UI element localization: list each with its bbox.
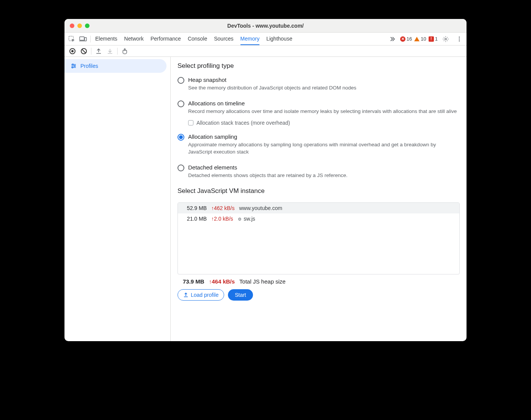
- tab-performance[interactable]: Performance: [151, 33, 181, 45]
- memory-panel-content: Select profiling type Heap snapshot See …: [171, 57, 467, 341]
- option-desc: See the memory distribution of JavaScrip…: [188, 85, 356, 92]
- titlebar: DevTools - www.youtube.com/: [64, 19, 467, 33]
- option-label: Allocation sampling: [188, 133, 460, 140]
- svg-rect-1: [80, 37, 84, 40]
- radio-heap-snapshot[interactable]: [178, 77, 184, 84]
- vm-instance-heading: Select JavaScript VM instance: [178, 187, 460, 195]
- memory-toolbar: [64, 45, 467, 57]
- tab-elements[interactable]: Elements: [95, 33, 117, 45]
- profiles-sidebar: Profiles: [64, 57, 171, 341]
- svg-point-13: [72, 64, 74, 65]
- option-allocations-timeline[interactable]: Allocations on timeline Record memory al…: [178, 98, 460, 116]
- up-arrow-icon: ↑: [211, 205, 214, 211]
- vm-size: 52.9 MB: [183, 205, 207, 211]
- device-toolbar-icon[interactable]: [78, 34, 88, 44]
- start-label: Start: [235, 292, 246, 298]
- inspect-element-icon[interactable]: [66, 34, 77, 44]
- warning-icon: [414, 37, 419, 41]
- svg-rect-3: [85, 38, 86, 41]
- issue-count: 1: [435, 36, 438, 42]
- option-desc: Approximate memory allocations by sampli…: [188, 141, 460, 156]
- total-size: 73.9 MB: [183, 278, 204, 285]
- radio-detached-elements[interactable]: [178, 165, 184, 171]
- option-desc: Detached elements shows objects that are…: [188, 172, 347, 179]
- kebab-menu-icon[interactable]: [454, 34, 465, 44]
- warning-count: 10: [421, 36, 426, 42]
- load-profile-button[interactable]: Load profile: [178, 289, 224, 301]
- upload-icon[interactable]: [93, 46, 104, 56]
- error-icon: ✕: [400, 36, 405, 42]
- total-trend: ↑464 kB/s: [209, 278, 235, 285]
- minimize-window-button[interactable]: [77, 24, 82, 28]
- vm-name: www.youtube.com: [239, 205, 282, 211]
- vm-trend: ↑462 kB/s: [211, 205, 234, 211]
- option-desc: Record memory allocations over time and …: [188, 108, 457, 115]
- option-heap-snapshot[interactable]: Heap snapshot See the memory distributio…: [178, 74, 460, 92]
- checkbox-stack-traces[interactable]: Allocation stack traces (more overhead): [188, 120, 460, 126]
- tab-lighthouse[interactable]: Lighthouse: [266, 33, 292, 45]
- load-profile-label: Load profile: [191, 292, 218, 298]
- sidebar-item-profiles[interactable]: Profiles: [64, 59, 167, 73]
- svg-point-5: [459, 36, 460, 38]
- checkbox-label: Allocation stack traces (more overhead): [196, 120, 290, 126]
- error-count: 16: [407, 36, 412, 42]
- vm-row[interactable]: 52.9 MB ↑462 kB/s www.youtube.com: [178, 203, 459, 213]
- svg-point-6: [459, 38, 460, 39]
- sliders-icon: [71, 63, 77, 69]
- separator: [90, 36, 91, 42]
- sidebar-item-label: Profiles: [80, 63, 98, 69]
- radio-allocation-sampling[interactable]: [178, 134, 184, 141]
- svg-point-15: [72, 67, 73, 68]
- main-tabbar: Elements Network Performance Console Sou…: [64, 33, 467, 45]
- svg-point-7: [459, 40, 460, 41]
- collect-garbage-icon[interactable]: [119, 46, 130, 56]
- devtools-window: DevTools - www.youtube.com/ Elements Net…: [64, 19, 467, 341]
- option-label: Allocations on timeline: [188, 100, 457, 107]
- vm-row[interactable]: 21.0 MB ↑2.0 kB/s ⚙ sw.js: [178, 213, 459, 224]
- more-tabs-icon[interactable]: [387, 34, 397, 44]
- service-worker-icon: ⚙: [238, 217, 242, 221]
- total-heap-row: 73.9 MB ↑464 kB/s Total JS heap size: [178, 274, 460, 285]
- start-button[interactable]: Start: [228, 289, 253, 301]
- svg-point-14: [74, 66, 75, 67]
- record-icon[interactable]: [67, 46, 78, 56]
- warning-counter[interactable]: 10: [414, 36, 426, 42]
- option-label: Detached elements: [188, 164, 347, 171]
- separator: [117, 48, 118, 55]
- vm-instance-list: 52.9 MB ↑462 kB/s www.youtube.com 21.0 M…: [178, 202, 460, 274]
- checkbox-icon[interactable]: [188, 120, 193, 125]
- download-icon[interactable]: [105, 46, 115, 56]
- settings-icon[interactable]: [440, 34, 451, 44]
- issue-counter[interactable]: ! 1: [429, 36, 438, 42]
- tab-console[interactable]: Console: [188, 33, 207, 45]
- svg-point-4: [445, 38, 446, 39]
- clear-icon[interactable]: [79, 46, 89, 56]
- profiling-type-heading: Select profiling type: [178, 62, 460, 70]
- option-detached-elements[interactable]: Detached elements Detached elements show…: [178, 162, 460, 180]
- tab-sources[interactable]: Sources: [214, 33, 233, 45]
- tab-memory[interactable]: Memory: [240, 33, 260, 45]
- total-label: Total JS heap size: [239, 278, 286, 285]
- radio-allocations-timeline[interactable]: [178, 100, 184, 107]
- tab-network[interactable]: Network: [124, 33, 143, 45]
- vm-name: ⚙ sw.js: [238, 216, 255, 222]
- option-allocation-sampling[interactable]: Allocation sampling Approximate memory a…: [178, 131, 460, 157]
- vm-trend: ↑2.0 kB/s: [211, 216, 233, 222]
- up-arrow-icon: ↑: [211, 216, 214, 222]
- upload-icon: [183, 292, 189, 298]
- close-window-button[interactable]: [70, 24, 74, 28]
- vm-size: 21.0 MB: [183, 216, 207, 222]
- error-counter[interactable]: ✕ 16: [400, 36, 412, 42]
- window-title: DevTools - www.youtube.com/: [64, 23, 467, 29]
- issue-icon: !: [429, 36, 434, 42]
- option-label: Heap snapshot: [188, 77, 356, 83]
- zoom-window-button[interactable]: [85, 24, 90, 28]
- separator: [91, 48, 91, 55]
